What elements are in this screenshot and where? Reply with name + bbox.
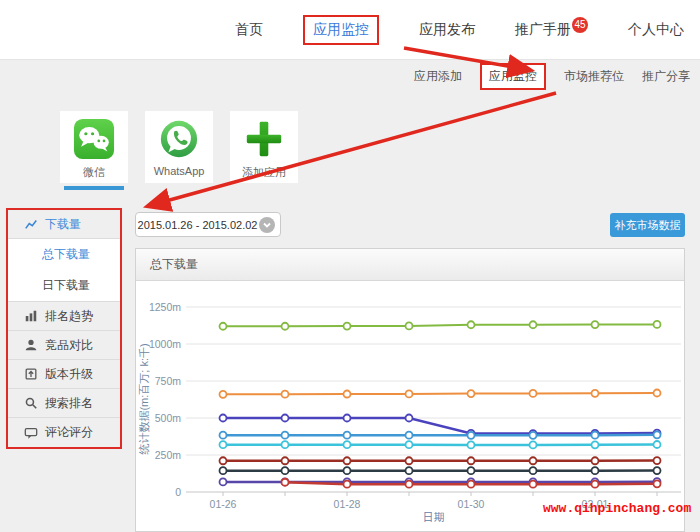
sidebar-item-label: 排名趋势 — [45, 308, 93, 325]
watermark-text: www.qihpinchang.com — [543, 501, 691, 516]
svg-text:250m: 250m — [155, 449, 182, 461]
sidebar-item-label: 版本升级 — [45, 366, 93, 383]
svg-text:统计数据(m:百万; k:千): 统计数据(m:百万; k:千) — [138, 343, 150, 454]
svg-text:500m: 500m — [155, 412, 182, 424]
subnav-item-promo-share[interactable]: 推广分享 — [642, 68, 690, 85]
top-navigation: 首页 应用监控 应用发布 推广手册45 个人中心 — [0, 0, 700, 60]
sidebar-item-label: 评论评分 — [45, 424, 93, 441]
comment-icon — [24, 426, 38, 440]
app-card-add[interactable]: 添加应用 — [230, 111, 298, 183]
subnav-item-app-add[interactable]: 应用添加 — [414, 68, 462, 85]
svg-text:日期: 日期 — [423, 511, 445, 523]
svg-text:750m: 750m — [155, 375, 182, 387]
version-up-icon — [24, 367, 38, 381]
wechat-icon — [73, 118, 115, 160]
whatsapp-icon — [158, 118, 200, 160]
nav-item-personal-center[interactable]: 个人中心 — [628, 21, 684, 39]
app-card-label: WhatsApp — [145, 165, 213, 177]
active-app-underline — [64, 186, 124, 190]
svg-text:1000m: 1000m — [149, 338, 181, 350]
sidebar-submenu: 总下载量 日下载量 — [8, 239, 120, 302]
sidebar-item-daily-downloads[interactable]: 日下载量 — [8, 270, 120, 301]
chevron-down-icon — [259, 217, 275, 233]
app-card-label: 微信 — [60, 165, 128, 180]
people-icon — [24, 338, 38, 352]
downloads-line-chart[interactable]: 0250m500m750m1000m1250m01-2601-2801-3002… — [136, 281, 684, 531]
sidebar-menu: 下载量 总下载量 日下载量 排名趋势 竞品对比 版本升级 — [6, 208, 122, 449]
search-icon — [24, 396, 38, 410]
sidebar-item-ranking-trend[interactable]: 排名趋势 — [8, 302, 120, 331]
add-app-icon — [243, 118, 285, 160]
subnav-item-app-monitor[interactable]: 应用监控 — [480, 63, 546, 90]
app-monitor-page: 首页 应用监控 应用发布 推广手册45 个人中心 应用添加 应用监控 市场推荐位… — [0, 0, 700, 532]
sidebar-item-total-downloads[interactable]: 总下载量 — [8, 239, 120, 270]
notification-badge: 45 — [572, 17, 588, 33]
nav-item-promo-manual[interactable]: 推广手册45 — [515, 21, 588, 39]
nav-item-label: 推广手册 — [515, 21, 571, 37]
sidebar-item-search-ranking[interactable]: 搜索排名 — [8, 389, 120, 418]
svg-text:0: 0 — [175, 486, 181, 498]
nav-item-home[interactable]: 首页 — [235, 21, 263, 39]
total-downloads-panel: 总下载量 0250m500m750m1000m1250m01-2601-2801… — [135, 248, 685, 532]
sidebar-item-version-upgrade[interactable]: 版本升级 — [8, 360, 120, 389]
sidebar-item-competitor-compare[interactable]: 竞品对比 — [8, 331, 120, 360]
sidebar-item-downloads[interactable]: 下载量 — [8, 210, 120, 239]
svg-text:01-30: 01-30 — [458, 498, 485, 510]
sidebar-item-label: 搜索排名 — [45, 395, 93, 412]
nav-item-app-monitor[interactable]: 应用监控 — [303, 15, 379, 45]
sidebar-item-review-rating[interactable]: 评论评分 — [8, 418, 120, 447]
bar-chart-icon — [24, 309, 38, 323]
chart-line-icon — [24, 217, 38, 231]
app-card-label: 添加应用 — [230, 165, 298, 180]
subnav-item-market-slot[interactable]: 市场推荐位 — [564, 68, 624, 85]
chart-canvas: 0250m500m750m1000m1250m01-2601-2801-3002… — [136, 281, 686, 531]
svg-text:1250m: 1250m — [149, 301, 181, 313]
svg-text:01-28: 01-28 — [334, 498, 361, 510]
app-card-list: 微信 WhatsApp — [60, 111, 298, 183]
date-range-select[interactable]: 2015.01.26 - 2015.02.02 — [135, 212, 281, 237]
secondary-navigation: 应用添加 应用监控 市场推荐位 推广分享 — [0, 60, 700, 92]
date-range-value: 2015.01.26 - 2015.02.02 — [136, 219, 259, 231]
supplement-market-data-button[interactable]: 补充市场数据 — [610, 213, 685, 237]
svg-text:01-26: 01-26 — [210, 498, 237, 510]
app-card-wechat[interactable]: 微信 — [60, 111, 128, 183]
panel-title: 总下载量 — [136, 249, 684, 281]
sidebar-item-label: 竞品对比 — [45, 337, 93, 354]
app-card-whatsapp[interactable]: WhatsApp — [145, 111, 213, 183]
sidebar-item-label: 下载量 — [45, 216, 81, 233]
nav-item-app-release[interactable]: 应用发布 — [419, 21, 475, 39]
